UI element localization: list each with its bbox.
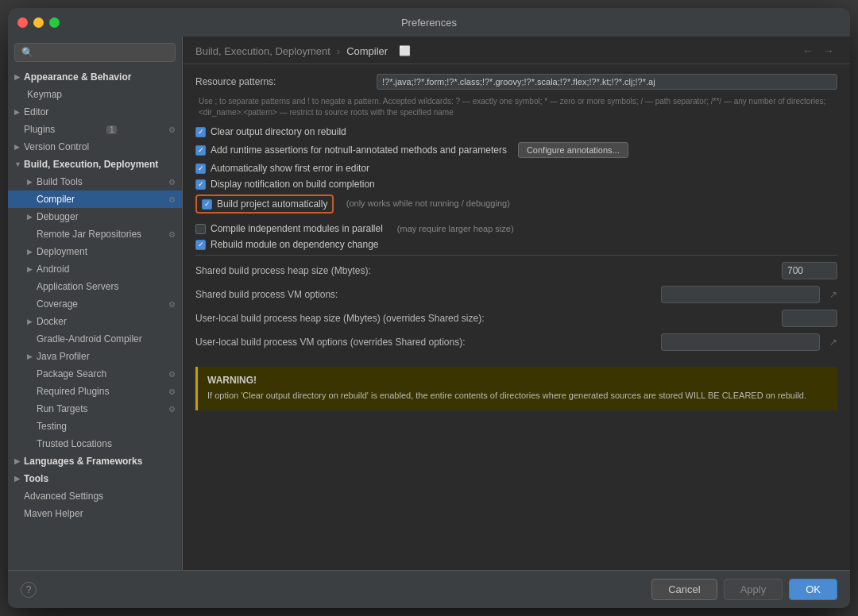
user-vm-input[interactable]	[661, 333, 820, 351]
plugins-badge: 1	[106, 125, 118, 134]
traffic-lights	[17, 17, 60, 28]
sidebar-item-coverage[interactable]: Coverage ⚙	[8, 295, 182, 313]
content-header: Build, Execution, Deployment › Compiler …	[183, 37, 850, 64]
user-heap-label: User-local build process heap size (Mbyt…	[195, 313, 775, 324]
cb-label-rebuild-dependency: Rebuild module on dependency change	[211, 239, 379, 250]
cb-clear-output[interactable]: ✓	[195, 127, 206, 137]
sidebar-item-languages[interactable]: ▶ Languages & Frameworks	[8, 452, 182, 470]
sidebar-item-trusted-locations[interactable]: Trusted Locations	[8, 435, 182, 452]
user-vm-label: User-local build process VM options (ove…	[195, 337, 655, 348]
chevron-right-icon-languages: ▶	[14, 457, 24, 465]
sidebar-scroll: ▶ Appearance & Behavior Keymap ▶ Editor …	[8, 68, 182, 570]
sidebar-item-advanced-settings[interactable]: Advanced Settings	[8, 487, 182, 505]
resource-patterns-hint: Use ; to separate patterns and ! to nega…	[195, 96, 837, 118]
vm-options-input[interactable]	[661, 286, 820, 303]
settings-icon-package-search: ⚙	[168, 370, 176, 379]
sidebar-item-android[interactable]: ▶ Android	[8, 260, 182, 278]
sidebar-item-debugger[interactable]: ▶ Debugger	[8, 208, 182, 225]
checkbox-add-runtime: ✓ Add runtime assertions for notnull-ann…	[195, 142, 837, 158]
bookmark-icon: ⬜	[399, 45, 411, 56]
sidebar-item-appearance[interactable]: ▶ Appearance & Behavior	[8, 68, 182, 86]
sidebar-item-editor[interactable]: ▶ Editor	[8, 103, 182, 121]
forward-arrow[interactable]: →	[820, 44, 837, 57]
build-auto-note: (only works while not running / debuggin…	[346, 198, 510, 208]
sidebar-item-remote-jar[interactable]: Remote Jar Repositories ⚙	[8, 225, 182, 243]
settings-icon-compiler: ⚙	[168, 195, 176, 204]
checkbox-compile-parallel: Compile independent modules in parallel …	[195, 223, 837, 234]
sidebar-item-app-servers[interactable]: Application Servers	[8, 278, 182, 295]
sidebar-item-package-search[interactable]: Package Search ⚙	[8, 365, 182, 383]
sidebar-item-plugins[interactable]: Plugins 1 ⚙	[8, 121, 182, 138]
heap-size-input[interactable]	[782, 262, 837, 279]
user-vm-row: User-local build process VM options (ove…	[195, 333, 837, 351]
chevron-right-icon-docker: ▶	[27, 318, 37, 325]
sidebar-item-deployment[interactable]: ▶ Deployment	[8, 243, 182, 260]
ok-button[interactable]: OK	[789, 579, 837, 600]
settings-icon-build-tools: ⚙	[168, 178, 176, 187]
chevron-right-icon-build-tools: ▶	[27, 178, 37, 186]
user-heap-row: User-local build process heap size (Mbyt…	[195, 310, 837, 327]
resource-patterns-label: Resource patterns:	[195, 76, 370, 87]
cb-label-display-notification: Display notification on build completion	[211, 179, 375, 190]
cb-compile-parallel[interactable]	[195, 224, 206, 234]
sidebar-item-build-exec[interactable]: ▼ Build, Execution, Deployment	[8, 156, 182, 173]
cb-add-runtime[interactable]: ✓	[195, 145, 206, 156]
sidebar-item-required-plugins[interactable]: Required Plugins ⚙	[8, 383, 182, 400]
checkbox-display-notification: ✓ Display notification on build completi…	[195, 179, 837, 190]
checkbox-clear-output: ✓ Clear output directory on rebuild	[195, 126, 837, 137]
cb-label-show-first-error: Automatically show first error in editor	[211, 163, 369, 174]
apply-button[interactable]: Apply	[724, 579, 783, 600]
chevron-right-icon-debugger: ▶	[27, 213, 37, 221]
settings-icon-coverage: ⚙	[168, 300, 176, 309]
search-box	[8, 37, 182, 68]
maximize-button[interactable]	[49, 17, 60, 28]
checkbox-build-auto-highlighted: ✓ Build project automatically	[195, 194, 334, 214]
chevron-right-icon-deployment: ▶	[27, 248, 37, 256]
sidebar-item-java-profiler[interactable]: ▶ Java Profiler	[8, 348, 182, 365]
settings-icon-plugins: ⚙	[168, 125, 176, 134]
cancel-button[interactable]: Cancel	[651, 579, 717, 600]
sidebar-item-run-targets[interactable]: Run Targets ⚙	[8, 400, 182, 418]
checkbox-show-first-error: ✓ Automatically show first error in edit…	[195, 163, 837, 174]
configure-annotations-button[interactable]: Configure annotations...	[518, 142, 628, 158]
sidebar-item-compiler[interactable]: Compiler ⚙	[8, 191, 182, 208]
close-button[interactable]	[17, 17, 28, 28]
sidebar-item-docker[interactable]: ▶ Docker	[8, 313, 182, 330]
sidebar-item-testing[interactable]: Testing	[8, 418, 182, 435]
heap-size-label: Shared build process heap size (Mbytes):	[195, 265, 775, 276]
help-button[interactable]: ?	[21, 582, 37, 598]
sidebar-item-tools[interactable]: ▶ Tools	[8, 470, 182, 487]
cb-label-build-auto: Build project automatically	[217, 198, 327, 210]
minimize-button[interactable]	[33, 17, 44, 28]
sidebar-item-gradle-android[interactable]: Gradle-Android Compiler	[8, 330, 182, 348]
cb-show-first-error[interactable]: ✓	[195, 164, 206, 174]
cb-build-auto[interactable]: ✓	[202, 199, 212, 210]
sidebar-item-maven-helper[interactable]: Maven Helper	[8, 505, 182, 522]
chevron-right-icon-editor: ▶	[14, 108, 24, 116]
cb-rebuild-dependency[interactable]: ✓	[195, 240, 206, 250]
footer: ? Cancel Apply OK	[8, 570, 850, 608]
cb-label-clear-output: Clear output directory on rebuild	[211, 126, 346, 137]
chevron-right-icon: ▶	[14, 73, 24, 81]
chevron-right-icon-vc: ▶	[14, 143, 24, 151]
sidebar-item-version-control[interactable]: ▶ Version Control	[8, 138, 182, 156]
sidebar: ▶ Appearance & Behavior Keymap ▶ Editor …	[8, 37, 183, 570]
user-heap-input[interactable]	[782, 310, 837, 327]
back-arrow[interactable]: ←	[799, 44, 817, 57]
settings-icon-run-targets: ⚙	[168, 405, 176, 414]
chevron-down-icon-build: ▼	[14, 160, 24, 168]
breadcrumb-current: Compiler	[346, 45, 388, 57]
sidebar-item-build-tools[interactable]: ▶ Build Tools ⚙	[8, 173, 182, 191]
resource-patterns-input[interactable]	[377, 74, 837, 90]
warning-box: WARNING! If option 'Clear output directo…	[195, 367, 837, 410]
search-input[interactable]	[14, 43, 176, 62]
sidebar-item-keymap[interactable]: Keymap	[8, 86, 182, 103]
cb-display-notification[interactable]: ✓	[195, 179, 206, 190]
title-bar: Preferences	[8, 8, 850, 37]
cb-label-compile-parallel: Compile independent modules in parallel	[211, 223, 383, 234]
vm-options-row: Shared build process VM options: ↗	[195, 286, 837, 303]
warning-title: WARNING!	[207, 375, 828, 386]
heap-size-row: Shared build process heap size (Mbytes):	[195, 262, 837, 279]
cb-label-add-runtime: Add runtime assertions for notnull-annot…	[211, 144, 507, 156]
main-body: ▶ Appearance & Behavior Keymap ▶ Editor …	[8, 37, 850, 570]
